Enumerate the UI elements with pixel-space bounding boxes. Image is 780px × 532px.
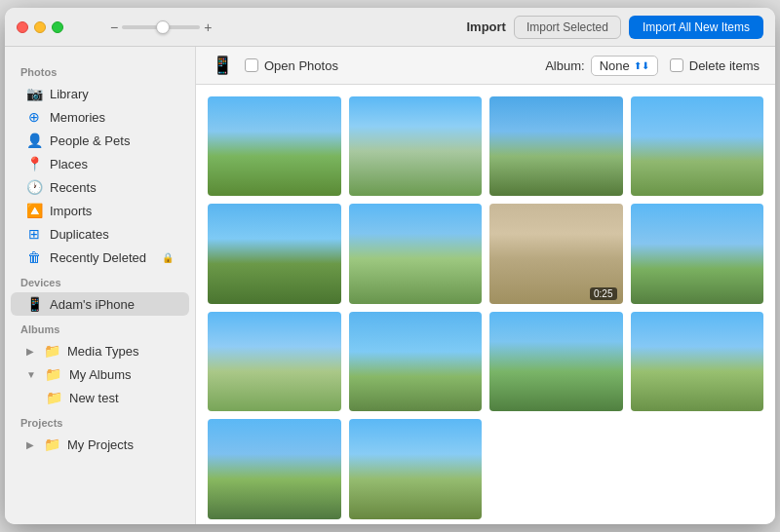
sidebar-item-my-albums[interactable]: ▼ 📁 My Albums [11,362,189,386]
open-photos-checkbox-area[interactable]: Open Photos [245,58,338,73]
iphone-icon: 📱 [26,296,42,312]
photo-cell-p6[interactable] [349,204,483,303]
expand-media-types-icon: ▶ [26,346,34,357]
sidebar-item-my-albums-label: My Albums [69,367,174,382]
sidebar-item-duplicates[interactable]: ⊞ Duplicates [11,222,189,246]
zoom-in-button[interactable]: + [204,19,212,35]
mountain-overlay [349,352,483,411]
photo-cell-p12[interactable] [631,312,764,411]
sidebar-item-duplicates-label: Duplicates [50,227,174,242]
delete-items-checkbox[interactable] [670,58,683,72]
mountain-overlay [631,136,764,196]
my-projects-icon: 📁 [44,437,59,452]
album-value: None [600,58,630,73]
sidebar-item-memories-label: Memories [50,110,174,125]
album-label: Album: [545,58,584,73]
photo-cell-p13[interactable] [208,419,341,518]
toolbar-bar: 📱 Open Photos Album: None ⬆⬇ Delete item… [196,47,775,85]
mountain-overlay [349,136,483,196]
sidebar-item-my-projects[interactable]: ▶ 📁 My Projects [11,433,189,456]
duplicates-icon: ⊞ [26,226,42,242]
sidebar-item-adams-iphone[interactable]: 📱 Adam's iPhone [11,292,189,316]
content-area: Photos 📷 Library ⊕ Memories 👤 People & P… [5,47,775,524]
sidebar-item-people-pets[interactable]: 👤 People & Pets [11,129,189,152]
photo-empty [489,419,623,518]
sidebar-section-devices: Devices [5,269,195,292]
import-selected-button[interactable]: Import Selected [514,16,621,39]
photo-cell-p9[interactable] [208,312,341,411]
sidebar-item-new-test[interactable]: 📁 New test [11,386,189,409]
traffic-lights [17,21,63,33]
zoom-slider-track[interactable] [122,25,200,29]
imports-icon: 🔼 [26,203,42,218]
photo-row-2 [208,312,763,411]
album-select[interactable]: None ⬆⬇ [591,56,658,76]
photo-cell-p5[interactable] [208,204,341,303]
photo-cell-p10[interactable] [349,312,483,411]
photo-row-3 [208,419,763,518]
close-button[interactable] [17,21,28,33]
photo-cell-p4[interactable] [631,96,764,196]
photo-cell-p11[interactable] [489,312,623,411]
sidebar-item-my-projects-label: My Projects [67,437,174,452]
zoom-out-button[interactable]: − [110,19,118,35]
photo-duration: 0:25 [590,287,616,300]
photo-cell-p3[interactable] [489,96,623,196]
expand-my-projects-icon: ▶ [26,439,34,450]
sidebar-item-people-pets-label: People & Pets [50,133,174,148]
delete-items-area[interactable]: Delete items [670,58,760,73]
sidebar-item-recents-label: Recents [50,180,174,195]
places-icon: 📍 [26,156,42,171]
sidebar-item-recents[interactable]: 🕐 Recents [11,175,189,199]
sidebar-item-media-types[interactable]: ▶ 📁 Media Types [11,339,189,362]
device-icon: 📱 [212,55,233,76]
import-all-button[interactable]: Import All New Items [629,16,763,39]
photo-cell-p8[interactable] [631,204,764,303]
recently-deleted-icon: 🗑 [26,249,42,265]
delete-items-label: Delete items [689,58,760,73]
sidebar-item-recently-deleted[interactable]: 🗑 Recently Deleted 🔒 [11,246,189,269]
mountain-overlay [208,352,341,411]
sidebar-item-places-label: Places [50,157,174,171]
new-test-icon: 📁 [46,390,61,405]
zoom-slider-thumb[interactable] [156,20,170,34]
photo-cell-p7[interactable]: 0:25 [489,204,623,303]
mountain-overlay [489,352,623,411]
lock-icon: 🔒 [162,252,174,263]
sidebar-item-library-label: Library [50,87,174,101]
mountain-overlay [631,244,764,303]
sidebar-item-imports-label: Imports [50,204,174,218]
photo-row-1: 0:25 [208,204,763,303]
sidebar-section-photos: Photos [5,58,195,82]
photo-cell-p14[interactable] [349,419,483,518]
mountain-overlay [208,244,341,303]
photo-cell-p1[interactable] [208,96,341,196]
my-albums-icon: 📁 [46,366,61,382]
media-types-icon: 📁 [44,343,59,359]
photo-cell-p2[interactable] [349,96,483,196]
album-area: Album: None ⬆⬇ [545,56,658,76]
recents-icon: 🕐 [26,179,42,195]
sidebar-item-imports[interactable]: 🔼 Imports [11,199,189,222]
minimize-button[interactable] [34,21,46,33]
titlebar-right: Import Import Selected Import All New It… [466,16,763,39]
import-label: Import [466,19,505,34]
people-pets-icon: 👤 [26,133,42,148]
sidebar-section-projects: Projects [5,409,195,433]
mountain-overlay [349,244,483,303]
sidebar-item-memories[interactable]: ⊕ Memories [11,105,189,129]
sidebar-section-albums: Albums [5,316,195,339]
titlebar: − + Import Import Selected Import All Ne… [5,8,775,47]
sidebar: Photos 📷 Library ⊕ Memories 👤 People & P… [5,47,196,524]
mountain-overlay [349,459,483,518]
sidebar-item-places[interactable]: 📍 Places [11,152,189,175]
maximize-button[interactable] [52,21,63,33]
open-photos-checkbox[interactable] [245,58,258,72]
sidebar-item-recently-deleted-label: Recently Deleted [50,250,154,265]
mountain-overlay [489,136,623,196]
photo-grid: 0:25 [196,85,775,524]
expand-my-albums-icon: ▼ [26,369,36,380]
sidebar-item-library[interactable]: 📷 Library [11,82,189,105]
app-window: − + Import Import Selected Import All Ne… [5,8,775,524]
library-icon: 📷 [26,86,42,101]
